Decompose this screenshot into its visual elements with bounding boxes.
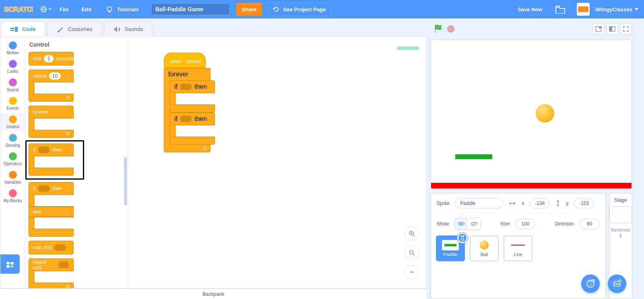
add-backdrop-button[interactable] [608, 274, 626, 293]
language-selector[interactable] [39, 5, 53, 13]
category-events[interactable]: Events [1, 94, 25, 113]
tab-sounds[interactable]: Sounds [104, 22, 153, 36]
block-wait-seconds[interactable]: wait 1 seconds [29, 52, 128, 66]
eye-icon [458, 221, 465, 226]
hide-button[interactable] [468, 218, 481, 229]
block-input-boolean[interactable] [58, 262, 69, 268]
stage-size-small-button[interactable] [592, 23, 605, 35]
category-sound[interactable]: Sound [1, 76, 25, 94]
block-label: clicked [186, 59, 201, 64]
block-input-number[interactable]: 1 [44, 55, 54, 62]
direction-label: Direction [555, 221, 574, 227]
account-menu[interactable]: WiingyClasses [595, 6, 644, 12]
see-project-page-label: See Project Page [283, 6, 326, 12]
delete-sprite-button[interactable] [457, 233, 468, 243]
sprite-size-input[interactable] [515, 219, 535, 229]
block-repeat-until[interactable]: repeat until ↻ [29, 258, 128, 288]
backpack-toggle[interactable]: Backpack [0, 289, 427, 299]
category-color-icon [9, 134, 17, 142]
palette-scrollbar[interactable] [124, 157, 127, 205]
block-if-then-else[interactable]: if then else [29, 182, 128, 237]
stage-sprite-paddle[interactable] [455, 154, 492, 159]
block-label: forever [168, 71, 188, 78]
block-label: if [33, 147, 35, 153]
green-flag-button[interactable] [434, 24, 443, 34]
category-looks[interactable]: Looks [1, 57, 25, 76]
block-forever[interactable]: forever if then [164, 68, 211, 152]
stage-fullscreen-button[interactable] [620, 23, 632, 35]
stage-thumbnail[interactable] [609, 206, 632, 223]
sprite-x-input[interactable] [530, 198, 550, 209]
tab-code[interactable]: Code [1, 22, 45, 36]
file-menu[interactable]: File [53, 6, 75, 12]
svg-point-22 [460, 223, 462, 225]
svg-point-4 [107, 7, 111, 11]
stop-button[interactable] [447, 25, 455, 33]
sprite-tile-paddle[interactable]: Paddle [436, 236, 465, 261]
tutorials-button[interactable]: Tutorials [98, 6, 147, 13]
share-button[interactable]: Share [236, 3, 262, 16]
category-color-icon [9, 60, 17, 68]
sprite-y-input[interactable] [574, 198, 594, 209]
block-input-boolean[interactable] [54, 244, 66, 251]
save-now-button[interactable]: Save Now [510, 6, 549, 12]
block-repeat[interactable]: repeat 10 ↻ [29, 70, 128, 102]
tab-sounds-label: Sounds [125, 26, 143, 32]
add-extension-button[interactable] [0, 254, 20, 274]
category-motion[interactable]: Motion [1, 39, 25, 57]
sprite-direction-input[interactable] [580, 219, 600, 229]
script-stack[interactable]: when clicked forever if then [164, 53, 211, 152]
loop-arrow-icon: ↻ [66, 131, 70, 137]
project-title-field[interactable] [151, 3, 230, 15]
zoom-reset-button[interactable] [405, 265, 419, 279]
edit-menu[interactable]: Edit [75, 6, 98, 12]
tab-costumes[interactable]: Costumes [47, 22, 102, 36]
project-title-input[interactable] [151, 3, 230, 15]
category-variables[interactable]: Variables [1, 168, 25, 187]
y-axis-icon [555, 200, 560, 207]
block-label: wait [33, 56, 41, 61]
category-sensing[interactable]: Sensing [1, 131, 25, 150]
svg-rect-16 [6, 265, 10, 268]
stage[interactable] [431, 39, 632, 190]
stage-sprite-ball[interactable] [536, 104, 554, 123]
block-if-then[interactable]: if then [170, 113, 215, 145]
category-label: Sound [7, 88, 19, 92]
block-input-number[interactable]: 10 [49, 72, 61, 80]
zoom-controls [405, 226, 419, 279]
add-sprite-button[interactable] [581, 274, 600, 293]
sprite-name-input[interactable] [455, 198, 503, 209]
show-button[interactable] [455, 218, 468, 229]
size-label: Size [500, 221, 510, 227]
sprite-tile-line[interactable]: Line [504, 236, 533, 261]
zoom-in-button[interactable] [405, 226, 419, 241]
block-if-then[interactable]: if then [170, 80, 215, 113]
see-project-page-button[interactable]: See Project Page [267, 2, 332, 16]
block-input-boolean[interactable] [38, 147, 50, 153]
category-control[interactable]: Control [1, 113, 25, 131]
category-color-icon [9, 78, 17, 86]
mystuff-button[interactable] [555, 5, 566, 14]
svg-rect-14 [6, 262, 10, 264]
block-input-boolean[interactable] [180, 116, 192, 122]
stage-size-large-button[interactable] [606, 23, 618, 35]
block-if-then[interactable]: if then [29, 143, 74, 176]
script-workspace[interactable]: when clicked forever if then [128, 37, 426, 288]
stage-title: Stage [614, 197, 627, 203]
block-forever[interactable]: forever ↻ [29, 106, 128, 138]
block-label: then [52, 186, 62, 191]
sprite-tile-ball[interactable]: Ball [470, 236, 499, 261]
block-palette[interactable]: Control wait 1 seconds repeat [25, 37, 128, 288]
user-avatar[interactable] [577, 3, 590, 16]
category-my-blocks[interactable]: My Blocks [1, 187, 25, 205]
block-input-boolean[interactable] [38, 185, 50, 192]
scratch-logo[interactable]: SCRATCH [4, 4, 33, 15]
stage-sprite-line[interactable] [431, 183, 632, 188]
block-when-flag-clicked[interactable]: when clicked [164, 53, 206, 68]
stage-selector-panel[interactable]: Stage Backdrops 1 [609, 193, 632, 299]
block-input-boolean[interactable] [180, 84, 192, 90]
block-wait-until[interactable]: wait until [29, 241, 128, 254]
svg-point-26 [591, 283, 592, 284]
category-operators[interactable]: Operators [1, 150, 25, 168]
zoom-out-button[interactable] [405, 246, 419, 260]
